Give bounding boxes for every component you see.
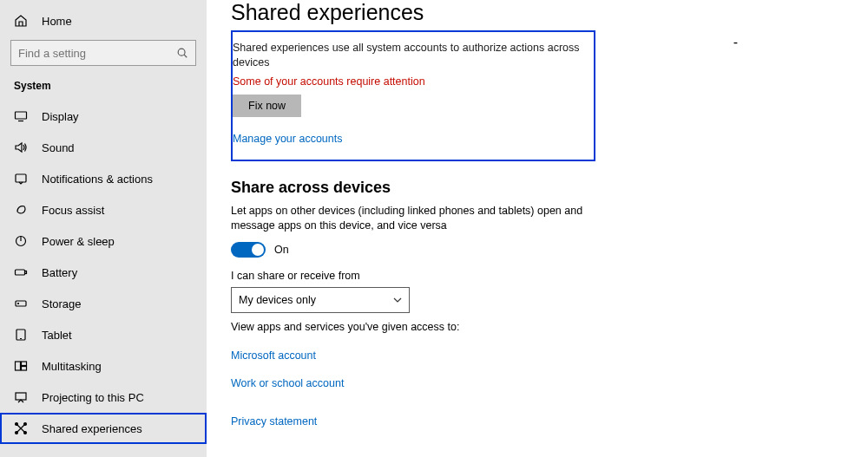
svg-rect-15	[22, 367, 27, 371]
chevron-down-icon	[393, 296, 402, 304]
search-container	[0, 35, 207, 71]
svg-rect-4	[16, 174, 26, 182]
sidebar-item-label: Multitasking	[42, 360, 102, 373]
main-content: - Shared experiences Shared experiences …	[207, 0, 868, 457]
receive-from-label: I can share or receive from	[231, 270, 844, 282]
search-input[interactable]	[18, 47, 176, 60]
sidebar-item-label: Projecting to this PC	[42, 391, 144, 404]
share-across-description: Let apps on other devices (including lin…	[231, 204, 587, 233]
svg-point-21	[16, 432, 18, 434]
work-school-account-link[interactable]: Work or school account	[231, 377, 844, 389]
svg-rect-2	[16, 112, 27, 119]
share-toggle[interactable]	[231, 242, 266, 258]
dash-mark: -	[733, 35, 738, 50]
sidebar-item-storage[interactable]: Storage	[0, 288, 207, 319]
sidebar-item-label: Battery	[42, 266, 77, 279]
power-icon	[14, 234, 28, 248]
sidebar-section-label: System	[0, 71, 207, 101]
sidebar-item-sound[interactable]: Sound	[0, 132, 207, 163]
focus-icon	[14, 203, 28, 217]
sidebar-item-display[interactable]: Display	[0, 101, 207, 132]
warning-text: Some of your accounts require attention	[233, 75, 580, 88]
sidebar: Home System Display Sound Notifications …	[0, 0, 207, 457]
sidebar-item-label: Storage	[42, 297, 82, 310]
sidebar-item-tablet[interactable]: Tablet	[0, 319, 207, 350]
storage-icon	[14, 297, 28, 310]
svg-point-0	[178, 49, 185, 55]
display-icon	[14, 109, 28, 123]
share-toggle-row: On	[231, 242, 844, 258]
attention-callout: Shared experiences use all system accoun…	[231, 30, 595, 161]
share-across-heading: Share across devices	[231, 179, 844, 197]
multitask-icon	[14, 359, 28, 373]
svg-rect-8	[25, 271, 27, 274]
sidebar-item-label: Tablet	[42, 329, 72, 342]
battery-icon	[14, 265, 28, 279]
sidebar-item-label: Notifications & actions	[42, 173, 153, 186]
tablet-icon	[14, 328, 28, 342]
home-icon	[14, 14, 28, 28]
microsoft-account-link[interactable]: Microsoft account	[231, 349, 844, 362]
sidebar-item-battery[interactable]: Battery	[0, 257, 207, 288]
svg-point-19	[16, 423, 18, 426]
sidebar-item-label: Power & sleep	[42, 235, 115, 248]
sidebar-home[interactable]: Home	[0, 7, 207, 35]
svg-rect-16	[16, 393, 26, 400]
fix-now-button[interactable]: Fix now	[233, 95, 301, 117]
toggle-knob	[252, 244, 264, 256]
shared-icon	[14, 421, 28, 435]
svg-rect-14	[22, 362, 27, 366]
sidebar-item-power-sleep[interactable]: Power & sleep	[0, 225, 207, 257]
page-title: Shared experiences	[231, 0, 844, 30]
sound-icon	[14, 140, 28, 154]
svg-line-1	[184, 55, 187, 57]
sidebar-item-projecting[interactable]: Projecting to this PC	[0, 382, 207, 413]
sidebar-item-multitasking[interactable]: Multitasking	[0, 350, 207, 382]
svg-rect-9	[16, 301, 26, 306]
access-label: View apps and services you've given acce…	[231, 320, 587, 335]
sidebar-item-shared-experiences[interactable]: Shared experiences	[0, 413, 207, 444]
search-icon	[176, 47, 188, 59]
sidebar-item-focus-assist[interactable]: Focus assist	[0, 194, 207, 225]
manage-accounts-link[interactable]: Manage your accounts	[233, 133, 342, 145]
home-label: Home	[42, 15, 72, 28]
sidebar-item-label: Focus assist	[42, 204, 104, 217]
toggle-state-label: On	[274, 244, 289, 256]
svg-point-20	[24, 423, 27, 426]
sidebar-item-label: Sound	[42, 141, 75, 154]
sidebar-item-notifications[interactable]: Notifications & actions	[0, 163, 207, 194]
svg-point-10	[18, 304, 19, 304]
svg-point-22	[24, 432, 27, 434]
privacy-statement-link[interactable]: Privacy statement	[231, 415, 844, 428]
callout-description: Shared experiences use all system accoun…	[233, 41, 580, 70]
sidebar-item-label: Display	[42, 110, 79, 123]
svg-rect-7	[16, 270, 25, 275]
search-box[interactable]	[10, 40, 196, 66]
sidebar-item-label: Shared experiences	[42, 422, 142, 435]
svg-rect-13	[16, 362, 21, 370]
receive-from-select[interactable]: My devices only	[231, 287, 410, 313]
select-value: My devices only	[239, 294, 316, 306]
project-icon	[14, 390, 28, 404]
notification-icon	[14, 172, 28, 186]
